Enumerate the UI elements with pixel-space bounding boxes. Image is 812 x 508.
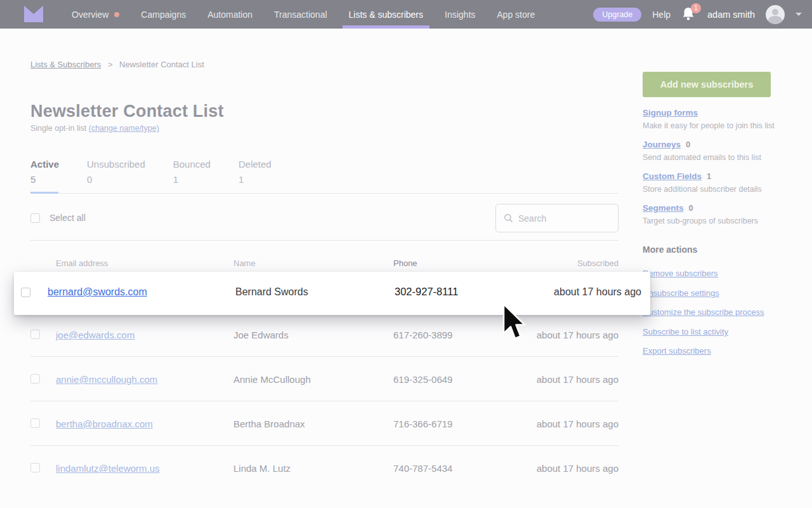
- subscriber-email-link[interactable]: bertha@broadnax.com: [56, 418, 153, 429]
- search-icon: [504, 213, 513, 223]
- nav-item-overview[interactable]: Overview: [61, 0, 130, 29]
- subscriber-email-link[interactable]: joe@edwards.com: [56, 330, 134, 340]
- row-checkbox[interactable]: [30, 463, 40, 472]
- mouse-cursor-icon: [501, 303, 528, 344]
- custom-fields-count: 1: [707, 171, 711, 181]
- subscribe-to-list-activity-link[interactable]: Subscribe to list activity: [643, 327, 728, 337]
- tab-count: 0: [87, 174, 145, 185]
- search-input[interactable]: [518, 213, 607, 224]
- sidebar-group-description: Store additional subscriber details: [643, 185, 789, 194]
- column-header-phone: Phone: [393, 258, 417, 268]
- subscriber-phone: 740-787-5434: [393, 463, 452, 474]
- subscriber-date: about 17 hours ago: [537, 463, 619, 474]
- help-link[interactable]: Help: [652, 10, 671, 20]
- table-header-row: Email address Name Phone Subscribed: [30, 258, 619, 269]
- overview-notification-dot: [114, 12, 119, 17]
- upgrade-button[interactable]: Upgrade: [593, 8, 641, 22]
- avatar[interactable]: [766, 5, 785, 24]
- sidebar-group-description: Make it easy for people to join this lis…: [643, 121, 789, 130]
- row-checkbox[interactable]: [30, 418, 40, 428]
- add-new-subscribers-button[interactable]: Add new subscribers: [643, 72, 771, 97]
- top-navigation-bar: Overview Campaigns Automation Transactio…: [0, 0, 812, 29]
- breadcrumb-current: Newsletter Contact List: [119, 60, 204, 69]
- table-row: bertha@broadnax.com Bertha Broadnax 716-…: [30, 401, 619, 446]
- column-header-name: Name: [233, 258, 256, 268]
- custom-fields-link[interactable]: Custom Fields: [643, 171, 702, 181]
- nav-item-label: Lists & subscribers: [349, 10, 423, 20]
- subscriber-name: Joe Edwards: [233, 330, 289, 340]
- nav-item-automation[interactable]: Automation: [197, 0, 263, 29]
- active-tab-underline: [30, 192, 58, 194]
- subscriber-email-link[interactable]: annie@mccullough.com: [56, 374, 157, 385]
- subscriber-date: about 17 hours ago: [537, 418, 619, 429]
- column-header-email: Email address: [56, 258, 108, 268]
- subscriber-phone: 619-325-0649: [393, 374, 452, 385]
- sidebar-group-journeys: Journeys0 Send automated emails to this …: [643, 138, 789, 162]
- tab-label: Active: [30, 159, 59, 170]
- table-row: joe@edwards.com Joe Edwards 617-260-3899…: [30, 312, 619, 357]
- search-box: [495, 204, 619, 232]
- nav-item-insights[interactable]: Insights: [434, 0, 486, 29]
- sidebar-group-segments: Segments0 Target sub-groups of subscribe…: [643, 202, 789, 225]
- newsletter-contact-list-page: Overview Campaigns Automation Transactio…: [0, 0, 812, 508]
- subscriber-name: Bertha Broadnax: [233, 418, 305, 429]
- tab-unsubscribed[interactable]: Unsubscribed 0: [87, 159, 145, 185]
- tab-count: 5: [30, 174, 59, 185]
- segments-count: 0: [689, 203, 693, 213]
- highlighted-subscriber-row[interactable]: bernard@swords.com Bernard Swords 302-92…: [14, 272, 650, 315]
- subscriber-date: about 17 hours ago: [537, 374, 619, 385]
- avatar-body-shape: [768, 16, 782, 24]
- nav-item-app-store[interactable]: App store: [486, 0, 546, 29]
- nav-item-transactional[interactable]: Transactional: [263, 0, 338, 29]
- signup-forms-link[interactable]: Signup forms: [643, 108, 698, 117]
- nav-right-controls: Upgrade Help 1 adam smith: [593, 0, 812, 29]
- tab-label: Bounced: [173, 159, 211, 170]
- page-title: Newsletter Contact List: [30, 102, 224, 121]
- campaign-monitor-logo-icon: [24, 6, 43, 23]
- tab-deleted[interactable]: Deleted 1: [239, 159, 272, 185]
- subscriber-status-tabs: Active 5 Unsubscribed 0 Bounced 1 Delete…: [30, 159, 272, 185]
- journeys-link[interactable]: Journeys: [643, 140, 681, 149]
- remove-subscribers-link[interactable]: Remove subscribers: [643, 269, 718, 278]
- breadcrumb-parent-link[interactable]: Lists & Subscribers: [30, 60, 101, 69]
- change-name-type-link[interactable]: (change name/type): [89, 124, 159, 133]
- notification-count-badge: 1: [691, 3, 701, 13]
- row-checkbox[interactable]: [30, 374, 40, 384]
- nav-item-label: Automation: [207, 10, 252, 20]
- customize-subscribe-process-link[interactable]: Customize the subscribe process: [643, 307, 764, 317]
- more-actions-heading: More actions: [643, 244, 697, 255]
- subscriber-email-link[interactable]: lindamlutz@teleworm.us: [56, 463, 160, 474]
- tab-count: 1: [173, 174, 211, 185]
- nav-item-campaigns[interactable]: Campaigns: [130, 0, 197, 29]
- nav-item-lists-subscribers[interactable]: Lists & subscribers: [338, 0, 434, 29]
- subscriber-email-link[interactable]: bernard@swords.com: [48, 286, 147, 298]
- subscriber-name: Annie McCullough: [233, 374, 311, 385]
- subscriber-date: about 17 hours ago: [537, 330, 619, 340]
- table-row: lindamlutz@teleworm.us Linda M. Lutz 740…: [30, 446, 619, 490]
- avatar-head-shape: [772, 9, 778, 15]
- select-all-checkbox[interactable]: [30, 213, 40, 223]
- subscriber-name: Linda M. Lutz: [233, 463, 291, 474]
- row-checkbox[interactable]: [30, 330, 40, 339]
- unsubscribe-settings-link[interactable]: Unsubscribe settings: [643, 288, 719, 298]
- notifications-button[interactable]: 1: [681, 6, 697, 23]
- tabs-divider: [30, 193, 619, 194]
- nav-item-label: Overview: [72, 10, 108, 20]
- breadcrumb-separator: >: [108, 60, 113, 69]
- row-checkbox[interactable]: [21, 288, 30, 297]
- export-subscribers-link[interactable]: Export subscribers: [643, 346, 711, 356]
- subscriber-date: about 17 hours ago: [554, 286, 641, 298]
- tab-bounced[interactable]: Bounced 1: [173, 159, 211, 185]
- sidebar-group-signup-forms: Signup forms Make it easy for people to …: [643, 107, 789, 130]
- user-menu-name[interactable]: adam smith: [707, 10, 755, 20]
- nav-item-label: Insights: [445, 10, 475, 20]
- chevron-down-icon[interactable]: [796, 13, 802, 16]
- app-logo[interactable]: [24, 0, 43, 29]
- subscriber-phone: 716-366-6719: [393, 418, 452, 429]
- sidebar-group-description: Target sub-groups of subscribers: [643, 217, 789, 225]
- tab-active[interactable]: Active 5: [30, 159, 59, 185]
- segments-link[interactable]: Segments: [643, 203, 684, 213]
- journeys-count: 0: [686, 140, 690, 149]
- nav-item-label: Campaigns: [141, 10, 186, 20]
- select-all-label: Select all: [49, 213, 86, 223]
